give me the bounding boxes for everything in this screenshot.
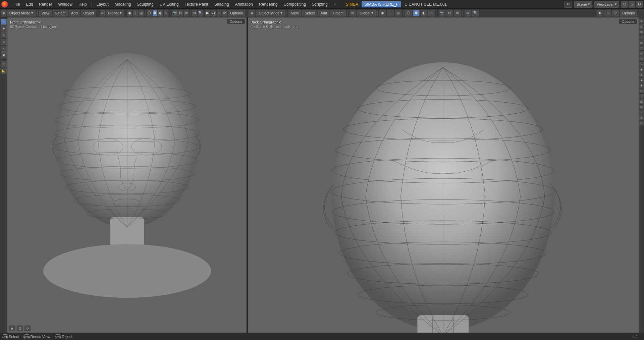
tab-layout[interactable]: Layout <box>94 1 111 7</box>
menu-file[interactable]: File <box>11 1 22 7</box>
wireframe-shading-icon[interactable]: ⬡ <box>147 10 152 16</box>
rp-btn-4[interactable]: ○ <box>639 35 644 40</box>
right-material-icon[interactable]: ◐ <box>421 10 427 16</box>
object-mode-icon[interactable]: ◈ <box>1 10 6 16</box>
vp-left-overlay-btn[interactable]: ⊡ <box>16 325 23 331</box>
transform-orientation-dropdown[interactable]: Global ▾ <box>106 10 124 16</box>
right-filter-icon[interactable]: ▽ <box>612 10 619 16</box>
menu-render[interactable]: Render <box>36 1 55 7</box>
right-select-menu[interactable]: Select <box>302 10 317 16</box>
rp-btn-15[interactable]: ▽ <box>639 94 644 99</box>
right-obj-mode-icon[interactable]: ◈ <box>249 10 255 16</box>
sync-icon[interactable]: ⟳ <box>222 10 227 16</box>
right-object-mode-dropdown[interactable]: Object Mode ▾ <box>256 10 285 16</box>
right-add-menu[interactable]: Add <box>318 10 330 16</box>
engine-selector[interactable]: ⚙ <box>564 1 572 8</box>
right-solid-icon[interactable]: ⬢ <box>413 10 420 16</box>
rp-btn-16[interactable]: ⊞ <box>639 99 644 104</box>
transform-orientation-icon[interactable]: ⊕ <box>100 10 105 16</box>
gizmo-icon[interactable]: ⊕ <box>192 10 197 16</box>
tool-rotate[interactable]: ↺ <box>1 39 7 45</box>
camera-view-icon[interactable]: 📷 <box>172 10 177 16</box>
tool-transform[interactable]: ⊞ <box>1 52 7 58</box>
rp-btn-14[interactable]: ⊟ <box>639 89 644 93</box>
right-gizmo-icon[interactable]: ⊕ <box>465 10 471 16</box>
scene-selector[interactable]: Scene ▾ <box>574 1 592 8</box>
workspace-u-canot[interactable]: U CANOT SEE ME.001 <box>402 1 449 7</box>
rp-btn-1[interactable]: ⊕ <box>639 19 644 23</box>
topbar-icon-1[interactable]: ⊡ <box>621 1 628 8</box>
topbar-icon-2[interactable]: ⊞ <box>629 1 635 8</box>
show-overlays-icon[interactable]: ⊡ <box>178 10 183 16</box>
object-menu[interactable]: Object <box>81 10 97 16</box>
rp-btn-19[interactable]: ⊕ <box>639 115 644 120</box>
tool-select[interactable]: ↖ <box>1 19 7 25</box>
right-wireframe-icon[interactable]: ⬡ <box>405 10 412 16</box>
workspace-simba-here[interactable]: SIMBA IS HERE_F <box>362 1 401 7</box>
right-overlays-icon[interactable]: ⊡ <box>446 10 453 16</box>
tab-scripting[interactable]: Scripting <box>309 1 330 7</box>
right-snap-icon[interactable]: ⊹ <box>387 10 394 16</box>
right-xray-icon[interactable]: ⊞ <box>454 10 461 16</box>
options-btn-left[interactable]: Options <box>228 10 245 16</box>
add-menu[interactable]: Add <box>69 10 80 16</box>
rp-btn-9[interactable]: ⤡ <box>639 62 644 66</box>
object-mode-dropdown[interactable]: Object Mode ▾ <box>7 10 36 16</box>
tool-annotate[interactable]: ✏ <box>1 61 7 67</box>
tool-measure[interactable]: 📐 <box>1 68 7 74</box>
tab-rendering[interactable]: Rendering <box>256 1 280 7</box>
xray-icon[interactable]: ⊞ <box>184 10 189 16</box>
right-view-menu[interactable]: View <box>288 10 301 16</box>
tab-modeling[interactable]: Modeling <box>112 1 134 7</box>
tab-shading[interactable]: Shading <box>212 1 232 7</box>
rp-btn-2[interactable]: ⊡ <box>639 24 644 29</box>
search-icon[interactable]: 🔍 <box>198 10 203 16</box>
right-transform-dropdown[interactable]: Global ▾ <box>357 10 376 16</box>
rp-btn-6[interactable]: ⬡ <box>639 46 644 50</box>
rendered-icon[interactable]: ○ <box>164 10 169 16</box>
tool-scale[interactable]: ⤡ <box>1 46 7 52</box>
rp-btn-12[interactable]: ◈ <box>639 78 644 82</box>
tab-sculpting[interactable]: Sculpting <box>135 1 156 7</box>
view-layer-selector[interactable]: ViewLayer ▾ <box>594 1 619 8</box>
rp-btn-20[interactable]: ✏ <box>639 121 644 125</box>
right-camera-icon[interactable]: 📷 <box>439 10 445 16</box>
tab-uv-editing[interactable]: UV Editing <box>157 1 181 7</box>
pivot-icon[interactable]: ◉ <box>127 10 132 16</box>
right-rendered-icon[interactable]: ○ <box>428 10 435 16</box>
play-icon[interactable]: ▶ <box>205 10 210 16</box>
viewport-right[interactable]: Back Orthographic (0) Scene Collection |… <box>248 17 639 333</box>
topbar-icon-3[interactable]: ⊟ <box>636 1 643 8</box>
workspace-simba[interactable]: SIMBA <box>343 1 361 7</box>
right-transform-icon[interactable]: ⊕ <box>350 10 356 16</box>
vp-left-mode-btn[interactable]: ◈ <box>9 325 15 331</box>
viewport-left[interactable]: Front Orthographic (0) Scene Collection … <box>7 17 247 333</box>
menu-help[interactable]: Help <box>76 1 90 7</box>
material-preview-icon[interactable]: ◐ <box>158 10 163 16</box>
tool-move[interactable]: ⊹ <box>1 32 7 38</box>
menu-edit[interactable]: Edit <box>23 1 36 7</box>
tab-compositing[interactable]: Compositing <box>281 1 309 7</box>
anim-icon[interactable]: ⊞ <box>217 10 221 16</box>
select-menu[interactable]: Select <box>53 10 68 16</box>
proportional-edit-icon[interactable]: ◎ <box>139 10 144 16</box>
right-prop-edit-icon[interactable]: ◎ <box>395 10 401 16</box>
rp-btn-18[interactable]: ○ <box>639 110 644 115</box>
view-menu[interactable]: View <box>39 10 52 16</box>
viewport-divider[interactable] <box>247 17 248 333</box>
right-search-icon[interactable]: 🔍 <box>472 10 479 16</box>
options-btn-right[interactable]: Options <box>620 10 637 16</box>
right-pivot-icon[interactable]: ◉ <box>379 10 386 16</box>
snap-icon[interactable]: ⊹ <box>133 10 138 16</box>
play-begin-icon[interactable]: ⏮ <box>211 10 216 16</box>
rp-btn-10[interactable]: ◉ <box>639 67 644 72</box>
rp-btn-3[interactable]: ⊞ <box>639 30 644 34</box>
rp-btn-13[interactable]: ✱ <box>639 83 644 88</box>
tab-add[interactable]: + <box>331 1 339 7</box>
right-object-menu[interactable]: Object <box>330 10 346 16</box>
vp-left-snap-btn[interactable]: ⊹ <box>24 325 31 331</box>
rp-btn-17[interactable]: ◐ <box>639 105 644 109</box>
rp-btn-7[interactable]: ⊹ <box>639 51 644 56</box>
rp-btn-5[interactable]: ◐ <box>639 40 644 45</box>
solid-shading-icon[interactable]: ⬢ <box>153 10 157 16</box>
